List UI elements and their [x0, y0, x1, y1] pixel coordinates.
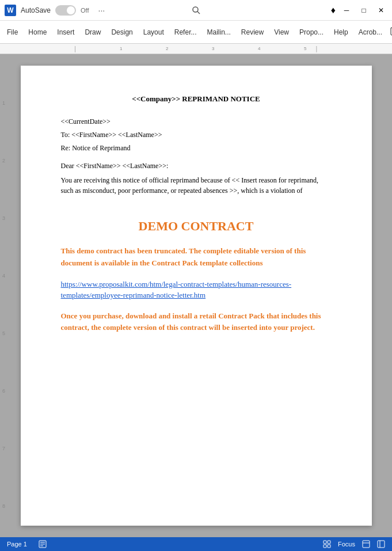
toggle-off-label: Off	[81, 7, 89, 14]
demo-contract-title: DEMO CONTRACT	[61, 219, 332, 234]
comment-button[interactable]	[388, 24, 392, 40]
tab-proposals[interactable]: Propo...	[295, 26, 328, 39]
focus-label[interactable]: Focus	[338, 541, 355, 548]
tab-home[interactable]: Home	[24, 26, 51, 39]
toggle-knob	[67, 6, 75, 14]
svg-rect-11	[328, 541, 330, 544]
focus-button[interactable]	[323, 540, 331, 548]
ruler-mark-1: 1	[120, 46, 122, 51]
tab-view[interactable]: View	[269, 26, 294, 39]
document-page[interactable]: <<Company>> REPRIMAND NOTICE <<CurrentDa…	[21, 66, 372, 526]
margin-1: 1	[2, 100, 5, 106]
main-area[interactable]: 1 2 3 4 5 6 7 8 <<Company>> REPRIMAND NO…	[0, 54, 392, 537]
svg-rect-10	[324, 541, 326, 544]
word-logo-icon: W	[5, 5, 16, 16]
svg-point-0	[193, 7, 198, 12]
page-number[interactable]: Page 1	[7, 541, 27, 548]
re-field[interactable]: Re: Notice of Reprimand	[61, 144, 332, 153]
ruler-mark-5: 5	[304, 46, 306, 51]
maximize-button[interactable]: □	[357, 4, 370, 17]
tab-insert[interactable]: Insert	[52, 26, 79, 39]
margin-2: 2	[2, 158, 5, 164]
ruler-mark-0: │	[74, 46, 77, 52]
document-title: <<Company>> REPRIMAND NOTICE	[61, 94, 332, 104]
ruler-mark-end: │	[315, 46, 318, 52]
demo-footer-text: Once you purchase, download and install …	[61, 310, 332, 335]
more-options-button[interactable]: ···	[96, 6, 108, 15]
svg-rect-13	[328, 545, 330, 548]
ribbon-right: ✏ Editing ›	[388, 24, 392, 40]
svg-rect-16	[378, 541, 385, 548]
margin-7: 7	[2, 446, 5, 451]
demo-link[interactable]: https://www.proposalkit.com/htm/legal-co…	[61, 279, 332, 301]
close-button[interactable]: ✕	[375, 4, 387, 17]
tab-layout[interactable]: Layout	[139, 26, 169, 39]
ruler-mark-4: 4	[258, 46, 260, 51]
minimize-button[interactable]: ─	[340, 4, 353, 17]
title-bar-right: ♦ ─ □ ✕	[260, 4, 387, 17]
search-icon[interactable]	[190, 4, 203, 17]
title-bar: W AutoSave Off ··· ♦ ─ □ ✕	[0, 0, 392, 21]
svg-rect-14	[363, 541, 370, 548]
ribbon: File Home Insert Draw Design Layout Refe…	[0, 21, 392, 44]
page-margin-numbers: 1 2 3 4 5 6 7 8	[0, 54, 16, 537]
svg-rect-12	[324, 545, 326, 548]
ruler-mark-2: 2	[166, 46, 168, 51]
body-text[interactable]: You are receiving this notice of officia…	[61, 175, 332, 196]
dear-field[interactable]: Dear <<FirstName>> <<LastName>>:	[61, 162, 332, 170]
status-right: Focus	[323, 540, 385, 548]
status-icon-1[interactable]	[39, 540, 47, 548]
margin-3: 3	[2, 215, 5, 221]
tab-file[interactable]: File	[2, 26, 22, 39]
margin-4: 4	[2, 273, 5, 279]
tab-design[interactable]: Design	[106, 26, 137, 39]
margin-6: 6	[2, 388, 5, 394]
to-field[interactable]: To: <<FirstName>> <<LastName>>	[61, 131, 332, 139]
autosave-toggle[interactable]	[55, 5, 76, 16]
view-icon[interactable]	[377, 540, 385, 548]
layout-icon[interactable]	[362, 540, 370, 548]
demo-truncated-text: This demo contract has been truncated. T…	[61, 245, 332, 269]
tab-mailings[interactable]: Mailin...	[202, 26, 235, 39]
margin-8: 8	[2, 503, 5, 509]
tab-review[interactable]: Review	[237, 26, 268, 39]
title-bar-left: W AutoSave Off ···	[5, 5, 132, 16]
tab-draw[interactable]: Draw	[80, 26, 105, 39]
date-field[interactable]: <<CurrentDate>>	[61, 117, 332, 126]
autosave-label: AutoSave	[21, 6, 51, 14]
ruler-mark-3: 3	[212, 46, 214, 51]
title-bar-center	[132, 4, 260, 17]
copilot-icon[interactable]: ♦	[331, 5, 336, 16]
margin-5: 5	[2, 330, 5, 336]
ruler: │ 1 2 3 4 5 │	[0, 44, 392, 54]
tab-help[interactable]: Help	[329, 26, 353, 39]
status-bar: Page 1 Focus	[0, 537, 392, 551]
tab-acrobat[interactable]: Acrob...	[354, 26, 387, 39]
tab-references[interactable]: Refer...	[170, 26, 201, 39]
svg-line-1	[197, 12, 200, 14]
